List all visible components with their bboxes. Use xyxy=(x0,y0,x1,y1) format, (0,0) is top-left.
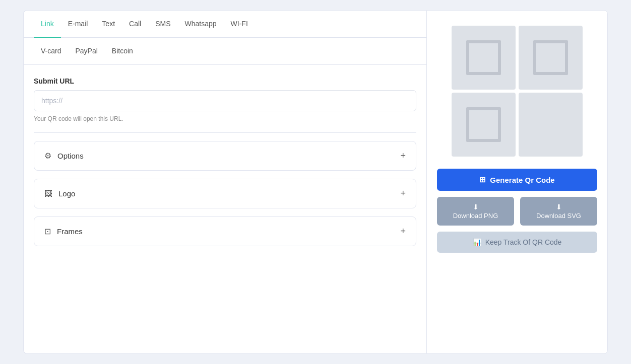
right-panel: ⊞ Generate Qr Code ⬇ Download PNG ⬇ Down… xyxy=(426,10,608,354)
accordion-options-label: Options xyxy=(57,152,400,160)
track-icon: 📊 xyxy=(473,238,481,246)
tab-wifi[interactable]: WI-FI xyxy=(224,11,255,38)
generate-icon: ⊞ xyxy=(479,175,486,184)
url-label: Submit URL xyxy=(34,77,416,85)
generate-label: Generate Qr Code xyxy=(490,176,554,184)
download-png-icon: ⬇ xyxy=(473,203,479,211)
tab-vcard[interactable]: V-card xyxy=(34,38,68,65)
qr-quadrant-1 xyxy=(452,26,516,90)
download-svg-label: Download SVG xyxy=(536,212,581,220)
download-svg-button[interactable]: ⬇ Download SVG xyxy=(520,197,597,226)
url-input[interactable] xyxy=(34,90,416,111)
qr-quadrant-4 xyxy=(519,93,583,157)
tab-bitcoin[interactable]: Bitcoin xyxy=(105,38,140,65)
tab-text[interactable]: Text xyxy=(95,11,122,38)
accordion-frames-label: Frames xyxy=(57,227,400,236)
form-area: Submit URL Your QR code will open this U… xyxy=(24,65,426,122)
tabs-row-2: V-card PayPal Bitcoin xyxy=(24,38,426,65)
frames-icon: ⊡ xyxy=(44,227,51,236)
track-button[interactable]: 📊 Keep Track Of QR Code xyxy=(437,232,597,253)
divider-1 xyxy=(34,132,416,133)
track-label: Keep Track Of QR Code xyxy=(485,238,562,246)
gear-icon: ⚙ xyxy=(44,151,51,161)
tab-paypal[interactable]: PayPal xyxy=(68,38,104,65)
download-svg-icon: ⬇ xyxy=(556,203,562,211)
download-row: ⬇ Download PNG ⬇ Download SVG xyxy=(437,197,597,226)
accordion-options-plus: + xyxy=(400,151,406,161)
left-panel: Link E-mail Text Call SMS Whatsapp WI-FI… xyxy=(23,10,426,354)
tab-email[interactable]: E-mail xyxy=(61,11,95,38)
qr-quadrant-2 xyxy=(519,26,583,90)
accordion-logo-label: Logo xyxy=(58,189,400,198)
qr-quadrant-3 xyxy=(452,93,516,157)
qr-display xyxy=(452,26,583,157)
tab-whatsapp[interactable]: Whatsapp xyxy=(178,11,224,38)
accordion-frames[interactable]: ⊡ Frames + xyxy=(34,216,416,246)
download-png-button[interactable]: ⬇ Download PNG xyxy=(437,197,514,226)
accordion-options[interactable]: ⚙ Options + xyxy=(34,141,416,171)
accordion-frames-plus: + xyxy=(400,226,406,237)
tab-link[interactable]: Link xyxy=(34,11,61,38)
accordion-logo-plus: + xyxy=(400,188,406,199)
generate-button[interactable]: ⊞ Generate Qr Code xyxy=(437,169,597,191)
tabs-row-1: Link E-mail Text Call SMS Whatsapp WI-FI xyxy=(24,11,426,38)
url-hint: Your QR code will open this URL. xyxy=(34,115,416,122)
accordion-logo[interactable]: 🖼 Logo + xyxy=(34,179,416,208)
download-png-label: Download PNG xyxy=(453,212,498,220)
logo-icon: 🖼 xyxy=(44,189,52,198)
main-container: Link E-mail Text Call SMS Whatsapp WI-FI… xyxy=(23,10,608,354)
tab-call[interactable]: Call xyxy=(122,11,148,38)
tab-sms[interactable]: SMS xyxy=(148,11,177,38)
